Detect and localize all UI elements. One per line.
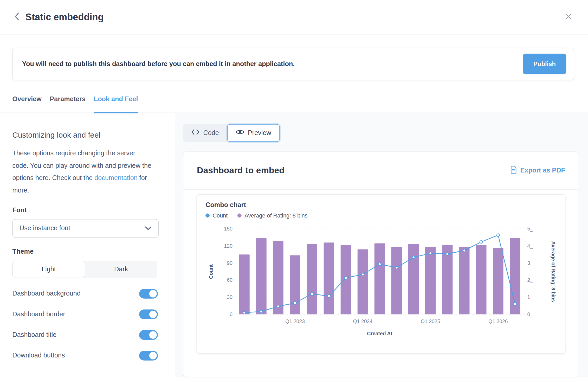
x-axis-tick: Q1 2026	[488, 318, 508, 324]
line-point[interactable]	[328, 294, 330, 297]
bar[interactable]	[256, 238, 266, 314]
dashboard-preview-card: Dashboard to embed Export as PDF Combo c…	[183, 151, 578, 377]
font-label: Font	[12, 206, 160, 214]
look-and-feel-sidebar: Customizing look and feel These options …	[0, 113, 175, 377]
bar[interactable]	[290, 255, 300, 314]
theme-label: Theme	[12, 247, 160, 255]
line-point[interactable]	[395, 266, 398, 269]
left-axis-tick: 30	[227, 294, 232, 300]
right-axis-tick: 1_	[527, 294, 533, 300]
bar[interactable]	[273, 241, 283, 314]
bar[interactable]	[324, 242, 334, 314]
bar[interactable]	[358, 249, 368, 314]
dashboard-background-label: Dashboard background	[12, 290, 81, 297]
preview-pane: Code Preview Dashboard to embed	[175, 113, 588, 377]
line-point[interactable]	[243, 311, 245, 314]
export-pdf-label: Export as PDF	[520, 166, 565, 174]
close-button[interactable]	[565, 13, 572, 21]
toggle-row: Dashboard background	[12, 289, 158, 298]
bar[interactable]	[374, 243, 385, 314]
bar[interactable]	[476, 245, 486, 314]
left-axis-tick: 150	[224, 226, 233, 231]
toggle-knob	[149, 331, 157, 339]
line-point[interactable]	[497, 234, 499, 236]
right-axis-title: Average of Rating: 8 bins	[551, 241, 556, 302]
right-axis-tick: 0_	[527, 311, 533, 317]
bar[interactable]	[239, 254, 249, 314]
bar[interactable]	[391, 247, 402, 314]
legend-item-count[interactable]: Count	[205, 212, 228, 219]
view-mode-switcher: Code Preview	[183, 124, 280, 142]
bar[interactable]	[459, 247, 469, 314]
left-axis-tick: 0	[230, 311, 232, 317]
back-button[interactable]	[13, 10, 21, 23]
toggle-row: Dashboard title	[12, 330, 158, 339]
preview-tab-label: Preview	[248, 129, 271, 137]
main-content: Customizing look and feel These options …	[0, 113, 588, 377]
theme-segmented-control: Light Dark	[12, 260, 157, 278]
dashboard-border-toggle[interactable]	[139, 309, 158, 319]
dashboard-title-label: Dashboard title	[12, 331, 57, 339]
chevron-down-icon	[145, 224, 152, 232]
line-point[interactable]	[514, 303, 516, 305]
publish-button[interactable]: Publish	[523, 54, 566, 74]
x-axis-title: Created At	[367, 330, 392, 336]
right-axis-tick: 5_	[527, 226, 533, 232]
bar[interactable]	[425, 247, 436, 314]
font-select[interactable]: Use instance font	[12, 219, 159, 238]
theme-option-light[interactable]: Light	[12, 260, 85, 278]
theme-option-dark[interactable]: Dark	[85, 260, 157, 278]
bar[interactable]	[307, 244, 317, 314]
line-point[interactable]	[480, 240, 482, 243]
line-point[interactable]	[345, 276, 347, 279]
preview-tab-button[interactable]: Preview	[227, 124, 280, 142]
tab-parameters[interactable]: Parameters	[50, 95, 86, 112]
line-point[interactable]	[311, 292, 313, 295]
dashboard-title: Dashboard to embed	[197, 165, 285, 176]
line-point[interactable]	[429, 252, 432, 254]
line-point[interactable]	[378, 263, 381, 265]
dashboard-background-toggle[interactable]	[139, 289, 158, 298]
download-buttons-toggle[interactable]	[139, 351, 158, 360]
legend-dot-count	[205, 213, 210, 217]
chevron-left-icon	[14, 12, 20, 22]
combo-chart: 03060901201500_1_2_3_4_5_Q1 2023Q1 2024Q…	[197, 219, 566, 338]
x-axis-tick: Q1 2024	[353, 318, 373, 324]
left-axis-tick: 120	[224, 243, 233, 248]
tab-overview[interactable]: Overview	[12, 95, 42, 112]
download-buttons-label: Download buttons	[12, 351, 65, 359]
bar[interactable]	[408, 244, 419, 314]
toggle-row: Dashboard border	[12, 309, 158, 319]
line-point[interactable]	[412, 256, 415, 258]
chart-title: Combo chart	[205, 201, 565, 209]
dashboard-header: Dashboard to embed Export as PDF	[183, 152, 578, 190]
combo-chart-card: Combo chart Count Average of Rating: 8 b…	[197, 194, 566, 354]
left-axis-title: Count	[208, 264, 214, 279]
bar[interactable]	[493, 247, 503, 314]
x-axis-tick: Q1 2025	[421, 318, 440, 324]
publish-banner: You will need to publish this dashboard …	[12, 48, 574, 80]
dashboard-title-toggle[interactable]	[139, 330, 158, 339]
line-point[interactable]	[463, 249, 466, 252]
code-tab-button[interactable]: Code	[183, 124, 227, 142]
right-axis-tick: 4_	[527, 243, 533, 249]
documentation-link[interactable]: documentation	[94, 174, 138, 181]
code-icon	[191, 129, 199, 137]
toggle-knob	[149, 352, 157, 359]
legend-item-average-rating[interactable]: Average of Rating: 8 bins	[237, 212, 308, 219]
sidebar-heading: Customizing look and feel	[12, 130, 160, 139]
legend-label-average-rating: Average of Rating: 8 bins	[244, 212, 307, 219]
tab-look-and-feel[interactable]: Look and Feel	[94, 95, 138, 112]
line-point[interactable]	[361, 273, 364, 276]
line-point[interactable]	[446, 252, 449, 255]
line-point[interactable]	[260, 310, 263, 313]
line-point[interactable]	[294, 302, 296, 304]
dashboard-border-label: Dashboard border	[12, 310, 65, 318]
toggle-knob	[149, 310, 157, 318]
sidebar-description: These options require changing the serve…	[12, 147, 152, 196]
code-tab-label: Code	[203, 129, 219, 137]
export-pdf-button[interactable]: Export as PDF	[511, 166, 565, 175]
line-point[interactable]	[277, 305, 280, 307]
left-axis-tick: 90	[227, 260, 232, 266]
bar[interactable]	[341, 245, 351, 314]
